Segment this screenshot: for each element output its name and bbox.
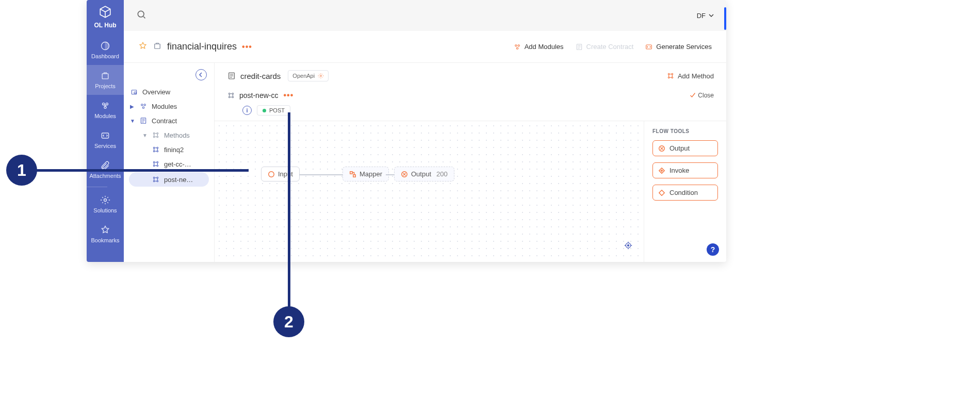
tree-method-fininq2-label: fininq2 bbox=[164, 146, 184, 154]
contract-icon bbox=[227, 71, 236, 80]
chevron-down-icon: ▼ bbox=[130, 118, 135, 124]
nav-services[interactable]: Services bbox=[87, 125, 124, 155]
svg-point-40 bbox=[668, 77, 669, 78]
svg-point-31 bbox=[157, 165, 158, 167]
project-header: financial-inquires ••• Add Modules Creat… bbox=[124, 31, 726, 63]
user-menu[interactable]: DF bbox=[697, 12, 714, 20]
nav-solutions[interactable]: Solutions bbox=[87, 189, 124, 219]
svg-point-10 bbox=[518, 44, 519, 46]
svg-point-22 bbox=[153, 136, 155, 138]
project-name: financial-inquires bbox=[167, 41, 237, 52]
close-method-button[interactable]: Close bbox=[690, 92, 714, 99]
project-menu-icon[interactable]: ••• bbox=[242, 42, 252, 52]
output-icon bbox=[658, 145, 665, 152]
condition-icon bbox=[658, 189, 665, 196]
search-icon[interactable] bbox=[136, 9, 146, 22]
circle-icon bbox=[268, 171, 275, 178]
tree-overview[interactable]: Overview bbox=[124, 85, 214, 99]
svg-point-41 bbox=[672, 77, 673, 78]
svg-rect-8 bbox=[155, 44, 160, 48]
tool-invoke-label: Invoke bbox=[669, 167, 689, 174]
user-initials: DF bbox=[697, 12, 706, 20]
svg-rect-1 bbox=[102, 74, 108, 79]
flow-node-output-code: 200 bbox=[436, 170, 448, 178]
output-icon bbox=[401, 171, 408, 178]
flow-node-mapper[interactable]: Mapper bbox=[342, 167, 389, 181]
svg-point-46 bbox=[269, 171, 274, 177]
nav-modules[interactable]: Modules bbox=[87, 95, 124, 125]
flow-node-output[interactable]: Output 200 bbox=[394, 167, 454, 181]
method-title: post-new-cc bbox=[227, 91, 278, 100]
tree-method-get-cc-label: get-cc-… bbox=[164, 160, 191, 168]
add-method-label: Add Method bbox=[678, 72, 714, 80]
svg-point-26 bbox=[153, 151, 155, 152]
help-button[interactable]: ? bbox=[707, 243, 719, 256]
nav-bookmarks[interactable]: Bookmarks bbox=[87, 219, 124, 249]
http-verb-label: POST bbox=[269, 107, 285, 113]
collapse-tree-button[interactable] bbox=[195, 69, 207, 80]
callout-line-1 bbox=[36, 169, 249, 172]
tool-condition-button[interactable]: Condition bbox=[652, 185, 718, 201]
svg-point-43 bbox=[232, 93, 234, 94]
scroll-indicator bbox=[724, 7, 726, 30]
nav-dashboard[interactable]: Dashboard bbox=[87, 35, 124, 65]
svg-point-44 bbox=[228, 96, 230, 98]
add-method-icon bbox=[666, 72, 675, 80]
method-icon bbox=[227, 91, 235, 100]
check-icon bbox=[690, 92, 696, 98]
tool-output-label: Output bbox=[669, 144, 690, 152]
add-method-button[interactable]: Add Method bbox=[666, 72, 714, 80]
chevron-down-icon bbox=[709, 13, 714, 18]
svg-point-20 bbox=[153, 133, 155, 134]
generate-services-button[interactable]: Generate Services bbox=[645, 43, 712, 51]
topbar: DF bbox=[124, 0, 726, 31]
nav-services-label: Services bbox=[94, 143, 116, 149]
tree-method-fininq2[interactable]: fininq2 bbox=[124, 142, 214, 157]
svg-point-16 bbox=[141, 104, 143, 106]
project-type-icon bbox=[153, 41, 162, 53]
method-menu-icon[interactable]: ••• bbox=[283, 91, 293, 100]
contract-title: credit-cards bbox=[227, 71, 281, 80]
flow-node-input-label: Input bbox=[278, 170, 293, 178]
svg-point-28 bbox=[153, 161, 155, 163]
brand-name: OL Hub bbox=[94, 22, 116, 29]
recenter-icon[interactable] bbox=[624, 241, 632, 252]
svg-point-38 bbox=[668, 73, 669, 75]
svg-point-34 bbox=[153, 180, 155, 182]
tree-contract[interactable]: ▼ Contract bbox=[124, 113, 214, 128]
nav-projects[interactable]: Projects bbox=[87, 65, 124, 95]
tree-methods-group[interactable]: ▼ Methods bbox=[124, 128, 214, 142]
flow-connector bbox=[386, 174, 394, 175]
svg-point-32 bbox=[153, 177, 155, 178]
add-modules-button[interactable]: Add Modules bbox=[513, 43, 564, 51]
nav-bookmarks-label: Bookmarks bbox=[91, 237, 119, 243]
svg-rect-48 bbox=[353, 174, 355, 176]
tree-modules-label: Modules bbox=[152, 103, 177, 110]
tool-output-button[interactable]: Output bbox=[652, 140, 718, 156]
flow-node-mapper-label: Mapper bbox=[360, 170, 382, 178]
svg-point-30 bbox=[153, 165, 155, 167]
info-icon[interactable]: i bbox=[242, 106, 252, 115]
tool-invoke-button[interactable]: Invoke bbox=[652, 162, 718, 178]
svg-point-37 bbox=[320, 75, 322, 77]
svg-point-27 bbox=[157, 151, 158, 152]
tree-methods-group-label: Methods bbox=[164, 131, 190, 139]
http-verb-chip: POST bbox=[257, 105, 290, 115]
svg-point-35 bbox=[157, 180, 158, 182]
star-icon[interactable] bbox=[138, 41, 148, 53]
tree-overview-label: Overview bbox=[142, 88, 170, 96]
tree-modules[interactable]: ▶ Modules bbox=[124, 99, 214, 113]
svg-point-7 bbox=[138, 11, 144, 17]
svg-point-9 bbox=[515, 44, 516, 46]
svg-point-24 bbox=[153, 147, 155, 148]
callout-badge-1: 1 bbox=[6, 155, 37, 186]
flow-node-input[interactable]: Input bbox=[261, 167, 300, 181]
tree-method-post-new[interactable]: post-ne… bbox=[129, 172, 209, 187]
openapi-button[interactable]: OpenApi bbox=[288, 70, 329, 81]
flow-node-output-label: Output bbox=[411, 170, 431, 178]
flow-canvas[interactable]: Input Mapper Output 200 bbox=[215, 121, 644, 262]
nav-dashboard-label: Dashboard bbox=[91, 53, 119, 59]
svg-point-45 bbox=[232, 96, 234, 98]
svg-point-42 bbox=[228, 93, 230, 94]
chevron-down-icon: ▼ bbox=[142, 133, 148, 138]
